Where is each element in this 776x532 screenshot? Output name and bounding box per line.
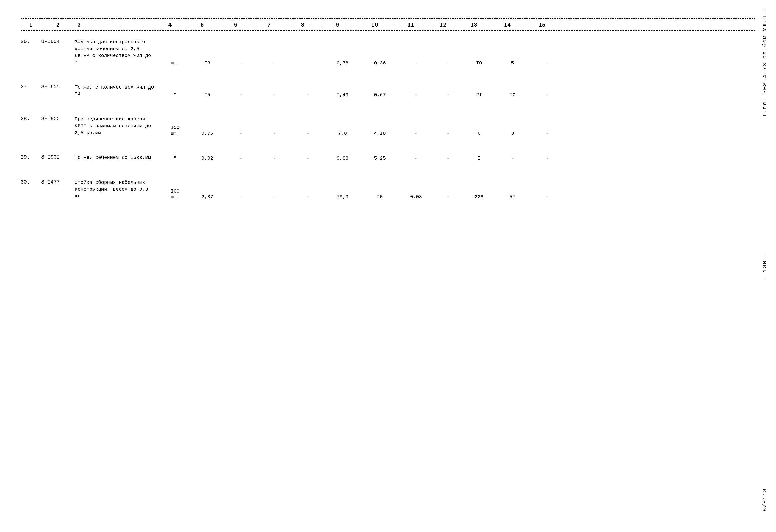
row-29-col11: -	[399, 156, 433, 161]
row-30-col7: -	[257, 194, 291, 200]
page: Т.пл. 5БЗ-4-73 альбом УШ.ч.I - 180 - 8/8…	[0, 0, 776, 532]
row-26-col8: -	[291, 60, 325, 66]
row-28-col15: -	[531, 130, 564, 136]
row-30-desc: Стойка сборных кабельных конструкций, ве…	[75, 179, 155, 200]
col-header-2: 2	[41, 22, 75, 28]
row-26-col7: -	[257, 60, 291, 66]
row-30-col10: 20	[361, 194, 399, 200]
row-30-col6: -	[224, 194, 257, 200]
row-26-col14: 5	[495, 60, 531, 66]
row-27-col13: 2I	[463, 92, 495, 98]
row-28-code: 8-I900	[41, 116, 75, 137]
table-row: 27. 8-I605 То же, с количеством жил до I…	[21, 84, 755, 103]
row-28-col5: 0,76	[191, 130, 224, 136]
row-30-col8: -	[291, 194, 325, 200]
header-top-rule	[21, 18, 755, 19]
row-28-unit-bottom: шт.	[171, 130, 180, 136]
col-header-14: I4	[490, 22, 526, 28]
row-27-col14: IO	[495, 92, 531, 98]
row-30-code: 8-I477	[41, 179, 75, 200]
row-27-code: 8-I605	[41, 84, 75, 97]
table-row: 30. 8-I477 Стойка сборных кабельных конс…	[21, 179, 755, 205]
side-text-middle: - 180 -	[762, 252, 768, 279]
row-30-col5: 2,87	[191, 194, 224, 200]
row-28-unit-top: IOO	[171, 125, 180, 130]
row-29-col15: -	[531, 156, 564, 161]
col-header-7: 7	[252, 22, 286, 28]
row-29-code: 8-I90I	[41, 154, 75, 161]
row-29-col5: 0,02	[191, 156, 224, 161]
row-28-col12: -	[433, 130, 463, 136]
table-row: 26. 8-I604 Заделка для контрольного кабе…	[21, 39, 755, 71]
row-28-col9: 7,8	[325, 130, 361, 136]
row-27-col15: -	[531, 92, 564, 98]
row-26-col9: 0,78	[325, 60, 361, 66]
row-30-col13: 228	[463, 194, 495, 200]
row-26-col5: I3	[191, 60, 224, 66]
row-30-col12: -	[433, 194, 463, 200]
row-28-col13: 6	[463, 130, 495, 136]
row-28-col6: -	[224, 130, 257, 136]
row-26-col11: -	[399, 60, 433, 66]
row-28-col10: 4,I8	[361, 130, 399, 136]
row-30-col15: -	[531, 194, 564, 200]
row-28-col7: -	[257, 130, 291, 136]
row-26-num: 26.	[21, 39, 41, 66]
column-headers: I 2 3 4 5 6 7 8 9 IO II I2 I3 I4 I5	[21, 19, 755, 31]
row-27-col5: I5	[191, 92, 224, 98]
row-30-unit-bottom: шт.	[171, 194, 180, 200]
col-header-11: II	[394, 22, 427, 28]
row-29-col12: -	[433, 156, 463, 161]
row-29-num: 29.	[21, 154, 41, 161]
row-29-col7: -	[257, 156, 291, 161]
row-29-desc: То же, сечением до I6кв.мм	[75, 154, 155, 161]
row-30-col14: 57	[495, 194, 531, 200]
row-28-col14: 3	[495, 130, 531, 136]
table-row: 28. 8-I900 Присоединение жил кабеля КРПТ…	[21, 116, 755, 142]
row-27-col7: -	[257, 92, 291, 98]
row-29-col13: I	[463, 156, 495, 161]
row-27-col11: -	[399, 92, 433, 98]
side-text-bottom: 8/8118	[762, 488, 768, 511]
row-30-unit-top: IOO	[171, 188, 180, 194]
row-26-col10: 0,36	[361, 60, 399, 66]
row-26-code: 8-I604	[41, 39, 75, 66]
side-text-top: Т.пл. 5БЗ-4-73 альбом УШ.ч.I	[762, 8, 768, 117]
row-27-desc: То же, с количеством жил до I4	[75, 84, 155, 97]
row-27-col12: -	[433, 92, 463, 98]
col-header-4: 4	[155, 22, 185, 28]
row-28-col8: -	[291, 130, 325, 136]
col-header-1: I	[21, 22, 41, 28]
table-row: 29. 8-I90I То же, сечением до I6кв.мм " …	[21, 154, 755, 166]
col-header-9: 9	[319, 22, 355, 28]
row-27-col9: I,43	[325, 92, 361, 98]
row-27-unit: "	[160, 92, 191, 98]
row-26-col13: IO	[463, 60, 495, 66]
row-27-col10: 0,67	[361, 92, 399, 98]
col-header-5: 5	[185, 22, 219, 28]
row-29-col9: 9,88	[325, 156, 361, 161]
row-29-col14: -	[495, 156, 531, 161]
col-header-13: I3	[458, 22, 490, 28]
col-header-15: I5	[526, 22, 559, 28]
row-30-col11: 0,08	[399, 194, 433, 200]
col-header-12: I2	[427, 22, 458, 28]
row-29-unit: "	[160, 156, 191, 161]
row-28-desc: Присоединение жил кабеля КРПТ к важимам …	[75, 116, 155, 137]
col-header-10: IO	[355, 22, 394, 28]
row-29-col8: -	[291, 156, 325, 161]
row-26-unit: шт.	[160, 60, 191, 66]
row-26-col12: -	[433, 60, 463, 66]
col-header-8: 8	[286, 22, 319, 28]
row-26-col6: -	[224, 60, 257, 66]
col-header-6: 6	[219, 22, 252, 28]
row-26-desc: Заделка для контрольного кабеля сечением…	[75, 39, 155, 66]
row-27-col8: -	[291, 92, 325, 98]
row-28-unit: IOO шт.	[160, 125, 191, 136]
row-30-num: 30.	[21, 179, 41, 200]
col-header-3: 3	[75, 22, 155, 28]
row-27-col6: -	[224, 92, 257, 98]
row-27-num: 27.	[21, 84, 41, 97]
row-26-col15: -	[531, 60, 564, 66]
row-28-num: 28.	[21, 116, 41, 137]
